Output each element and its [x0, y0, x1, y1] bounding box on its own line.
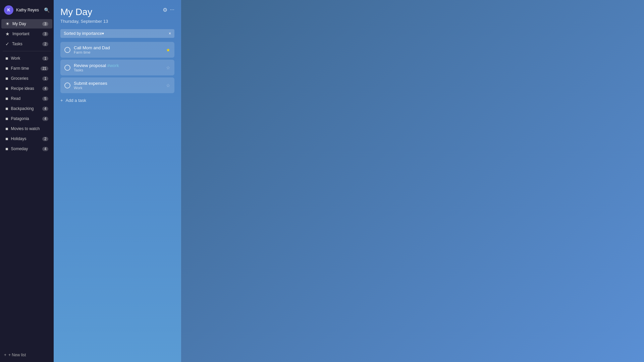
- more-options-icon[interactable]: ···: [170, 7, 174, 13]
- sidebar-item-label: Patagonia: [11, 116, 29, 121]
- avatar: K: [4, 5, 13, 15]
- add-task-button[interactable]: + Add a task: [60, 95, 174, 106]
- sidebar-badge-holidays: 2: [42, 137, 48, 141]
- sidebar-badge-someday: 4: [42, 147, 48, 151]
- sidebar-badge-my-day: 3: [42, 22, 48, 26]
- sidebar-item-read[interactable]: ■ Read 5: [1, 94, 52, 103]
- main-area: My Day Thursday, September 13 ⚙ ··· Sort…: [54, 0, 644, 362]
- sidebar-item-someday[interactable]: ■ Someday 4: [1, 144, 52, 154]
- settings-icon[interactable]: ⚙: [163, 7, 167, 13]
- sidebar-item-label: Groceries: [11, 76, 28, 81]
- sidebar-item-work[interactable]: ■ Work 1: [1, 54, 52, 63]
- task-info-1: Call Mom and Dad Farm time: [74, 45, 166, 54]
- recipe-icon: ■: [5, 86, 8, 91]
- sidebar-header: K Kathy Reyes 🔍: [0, 3, 54, 17]
- my-day-title: My Day: [60, 7, 174, 17]
- task-circle-1[interactable]: [64, 47, 70, 53]
- sidebar-item-label: Holidays: [11, 136, 26, 141]
- my-day-date: Thursday, September 13: [60, 19, 174, 24]
- sidebar-item-patagonia[interactable]: ■ Patagonia 4: [1, 114, 52, 123]
- task-item-call-mom[interactable]: Call Mom and Dad Farm time ★: [60, 42, 174, 58]
- add-task-label: Add a task: [66, 98, 86, 103]
- task-star-1[interactable]: ★: [166, 47, 170, 53]
- new-list-button[interactable]: + + New list: [0, 351, 54, 359]
- important-icon: ★: [5, 31, 10, 37]
- sidebar-item-holidays[interactable]: ■ Holidays 2: [1, 134, 52, 143]
- sort-bar[interactable]: Sorted by importance ▾ ×: [60, 29, 174, 38]
- sidebar-username: Kathy Reyes: [16, 8, 39, 12]
- sidebar-divider: [3, 51, 51, 51]
- task-name-1: Call Mom and Dad: [74, 45, 166, 50]
- new-list-icon: +: [4, 353, 6, 357]
- my-day-icon: ☀: [5, 21, 10, 26]
- task-info-2: Review proposal #work Tasks: [74, 63, 166, 72]
- sidebar-item-label: Work: [11, 56, 20, 61]
- tasks-icon: ✓: [5, 41, 9, 47]
- sidebar-badge-backpacking: 4: [42, 107, 48, 111]
- sidebar-item-label: Tasks: [12, 42, 22, 46]
- task-name-2: Review proposal #work: [74, 63, 166, 68]
- sidebar-item-recipe-ideas[interactable]: ■ Recipe ideas 4: [1, 84, 52, 93]
- task-item-review-proposal[interactable]: Review proposal #work Tasks ☆: [60, 60, 174, 75]
- sidebar-item-label: My Day: [12, 21, 26, 26]
- sidebar-badge-work: 1: [42, 56, 48, 61]
- patagonia-icon: ■: [5, 116, 8, 121]
- task-circle-3[interactable]: [64, 82, 70, 88]
- sidebar-badge-farm-time: 21: [41, 66, 48, 71]
- sidebar-item-my-day[interactable]: ☀ My Day 3: [1, 19, 52, 28]
- sort-label: Sorted by importance: [64, 31, 102, 36]
- sidebar-item-label: Farm time: [11, 66, 29, 71]
- search-icon[interactable]: 🔍: [44, 7, 50, 13]
- sidebar-item-label: Important: [12, 32, 30, 36]
- work-icon: ■: [5, 56, 8, 61]
- someday-icon: ■: [5, 146, 8, 152]
- sidebar-item-backpacking[interactable]: ■ Backpacking 4: [1, 104, 52, 113]
- new-list-label: + New list: [8, 353, 26, 357]
- sidebar-item-label: Read: [11, 96, 20, 101]
- sidebar-badge-recipe-ideas: 4: [42, 86, 48, 91]
- sidebar-item-movies[interactable]: ■ Movies to watch: [1, 124, 52, 133]
- task-meta-2: Tasks: [74, 68, 166, 72]
- holidays-icon: ■: [5, 136, 8, 141]
- movies-icon: ■: [5, 126, 8, 131]
- task-meta-1: Farm time: [74, 50, 166, 54]
- task-star-3[interactable]: ☆: [166, 83, 170, 88]
- sidebar-item-label: Recipe ideas: [11, 86, 34, 91]
- sidebar-badge-tasks: 2: [42, 42, 48, 46]
- sidebar-item-tasks[interactable]: ✓ Tasks 2: [1, 39, 52, 49]
- task-item-submit-expenses[interactable]: Submit expenses Work ☆: [60, 77, 174, 93]
- task-meta-3: Work: [74, 86, 166, 90]
- farm-time-icon: ■: [5, 66, 8, 71]
- sidebar-user: K Kathy Reyes: [4, 5, 39, 15]
- sidebar-badge-patagonia: 4: [42, 117, 48, 121]
- sidebar-item-important[interactable]: ★ Important 3: [1, 29, 52, 39]
- sidebar-badge-read: 5: [42, 97, 48, 101]
- groceries-icon: ■: [5, 76, 8, 81]
- add-task-plus-icon: +: [60, 98, 63, 103]
- sidebar-item-groceries[interactable]: ■ Groceries 1: [1, 74, 52, 83]
- sidebar-badge-important: 3: [42, 32, 48, 36]
- task-name-3: Submit expenses: [74, 81, 166, 86]
- my-day-actions: ⚙ ···: [163, 7, 174, 13]
- task-star-2[interactable]: ☆: [166, 65, 170, 70]
- task-circle-2[interactable]: [64, 65, 70, 71]
- sidebar: K Kathy Reyes 🔍 ☀ My Day 3 ★ Important 3…: [0, 0, 54, 362]
- read-icon: ■: [5, 96, 8, 101]
- sidebar-badge-groceries: 1: [42, 76, 48, 81]
- sidebar-item-label: Someday: [11, 146, 28, 151]
- sidebar-item-label: Movies to watch: [11, 126, 40, 131]
- chevron-down-icon: ▾: [102, 31, 104, 36]
- backpacking-icon: ■: [5, 106, 8, 111]
- sidebar-item-farm-time[interactable]: ■ Farm time 21: [1, 64, 52, 73]
- sidebar-item-label: Backpacking: [11, 106, 34, 111]
- task-info-3: Submit expenses Work: [74, 81, 166, 90]
- close-icon[interactable]: ×: [169, 31, 171, 36]
- my-day-panel: My Day Thursday, September 13 ⚙ ··· Sort…: [54, 0, 181, 362]
